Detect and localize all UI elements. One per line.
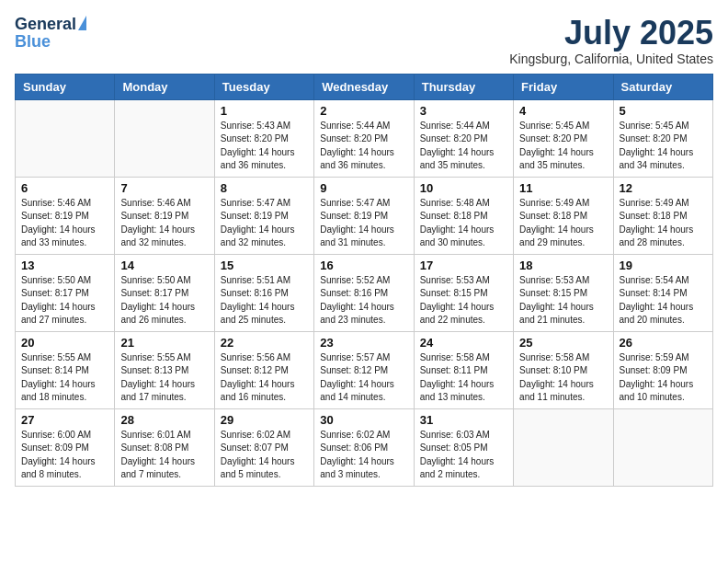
- weekday-header-sunday: Sunday: [16, 74, 115, 99]
- calendar-cell: 18Sunrise: 5:53 AMSunset: 8:15 PMDayligh…: [514, 254, 613, 331]
- day-info: Sunrise: 5:58 AMSunset: 8:10 PMDaylight:…: [519, 351, 607, 405]
- day-number: 19: [620, 259, 707, 272]
- day-info: Sunrise: 5:46 AMSunset: 8:19 PMDaylight:…: [120, 197, 208, 250]
- calendar-cell: 20Sunrise: 5:55 AMSunset: 8:14 PMDayligh…: [16, 331, 115, 408]
- weekday-header-friday: Friday: [514, 74, 613, 99]
- day-number: 10: [420, 181, 507, 195]
- calendar-cell: 5Sunrise: 5:45 AMSunset: 8:20 PMDaylight…: [613, 99, 712, 177]
- day-info: Sunrise: 5:43 AMSunset: 8:20 PMDaylight:…: [221, 120, 308, 173]
- weekday-header-monday: Monday: [115, 74, 214, 99]
- day-number: 16: [320, 259, 407, 272]
- calendar-cell: 13Sunrise: 5:50 AMSunset: 8:17 PMDayligh…: [16, 254, 115, 331]
- day-number: 25: [519, 336, 607, 350]
- calendar-cell: 15Sunrise: 5:51 AMSunset: 8:16 PMDayligh…: [214, 254, 313, 331]
- calendar-cell: 1Sunrise: 5:43 AMSunset: 8:20 PMDaylight…: [214, 99, 313, 177]
- day-info: Sunrise: 5:45 AMSunset: 8:20 PMDaylight:…: [519, 120, 607, 173]
- day-info: Sunrise: 6:02 AMSunset: 8:06 PMDaylight:…: [320, 429, 407, 482]
- calendar-cell: 12Sunrise: 5:49 AMSunset: 8:18 PMDayligh…: [613, 177, 712, 254]
- day-number: 7: [120, 181, 208, 195]
- day-info: Sunrise: 6:03 AMSunset: 8:05 PMDaylight:…: [420, 429, 507, 482]
- day-number: 21: [120, 336, 208, 350]
- day-info: Sunrise: 5:47 AMSunset: 8:19 PMDaylight:…: [221, 197, 308, 250]
- calendar-cell: [514, 408, 613, 486]
- day-info: Sunrise: 5:50 AMSunset: 8:17 PMDaylight:…: [21, 274, 108, 327]
- calendar-cell: 23Sunrise: 5:57 AMSunset: 8:12 PMDayligh…: [314, 331, 414, 408]
- week-row-2: 6Sunrise: 5:46 AMSunset: 8:19 PMDaylight…: [16, 177, 713, 254]
- day-number: 8: [221, 181, 308, 195]
- calendar-cell: 2Sunrise: 5:44 AMSunset: 8:20 PMDaylight…: [314, 99, 414, 177]
- logo: General Blue: [15, 15, 86, 52]
- day-number: 1: [221, 104, 308, 118]
- week-row-5: 27Sunrise: 6:00 AMSunset: 8:09 PMDayligh…: [16, 408, 713, 486]
- calendar-cell: [115, 99, 214, 177]
- calendar-cell: 21Sunrise: 5:55 AMSunset: 8:13 PMDayligh…: [115, 331, 214, 408]
- day-info: Sunrise: 5:54 AMSunset: 8:14 PMDaylight:…: [620, 274, 707, 327]
- week-row-3: 13Sunrise: 5:50 AMSunset: 8:17 PMDayligh…: [16, 254, 713, 331]
- calendar-table: SundayMondayTuesdayWednesdayThursdayFrid…: [15, 74, 713, 487]
- day-info: Sunrise: 5:57 AMSunset: 8:12 PMDaylight:…: [320, 351, 407, 405]
- day-number: 6: [21, 181, 108, 195]
- day-number: 22: [221, 336, 308, 350]
- day-number: 11: [519, 181, 607, 195]
- day-number: 20: [21, 336, 108, 350]
- calendar-cell: [613, 408, 712, 486]
- calendar-cell: 31Sunrise: 6:03 AMSunset: 8:05 PMDayligh…: [414, 408, 513, 486]
- day-info: Sunrise: 5:46 AMSunset: 8:19 PMDaylight:…: [21, 197, 108, 250]
- weekday-header-thursday: Thursday: [414, 74, 513, 99]
- calendar-cell: 22Sunrise: 5:56 AMSunset: 8:12 PMDayligh…: [214, 331, 313, 408]
- day-info: Sunrise: 5:51 AMSunset: 8:16 PMDaylight:…: [221, 274, 308, 327]
- day-number: 15: [221, 259, 308, 272]
- day-number: 9: [320, 181, 407, 195]
- calendar-cell: 8Sunrise: 5:47 AMSunset: 8:19 PMDaylight…: [214, 177, 313, 254]
- day-info: Sunrise: 5:56 AMSunset: 8:12 PMDaylight:…: [221, 351, 308, 405]
- day-number: 30: [320, 413, 407, 427]
- day-number: 5: [620, 104, 707, 118]
- day-info: Sunrise: 5:44 AMSunset: 8:20 PMDaylight:…: [320, 120, 407, 173]
- calendar-cell: 25Sunrise: 5:58 AMSunset: 8:10 PMDayligh…: [514, 331, 613, 408]
- day-number: 4: [519, 104, 607, 118]
- calendar-cell: 6Sunrise: 5:46 AMSunset: 8:19 PMDaylight…: [16, 177, 115, 254]
- day-info: Sunrise: 5:48 AMSunset: 8:18 PMDaylight:…: [420, 197, 507, 250]
- day-number: 26: [620, 336, 707, 350]
- day-info: Sunrise: 5:53 AMSunset: 8:15 PMDaylight:…: [420, 274, 507, 327]
- day-number: 12: [620, 181, 707, 195]
- calendar-cell: 30Sunrise: 6:02 AMSunset: 8:06 PMDayligh…: [314, 408, 414, 486]
- day-info: Sunrise: 5:55 AMSunset: 8:14 PMDaylight:…: [21, 351, 108, 405]
- calendar-cell: 10Sunrise: 5:48 AMSunset: 8:18 PMDayligh…: [414, 177, 513, 254]
- logo-triangle-icon: [78, 16, 86, 30]
- calendar-cell: 19Sunrise: 5:54 AMSunset: 8:14 PMDayligh…: [613, 254, 712, 331]
- day-number: 31: [420, 413, 507, 427]
- calendar-cell: 29Sunrise: 6:02 AMSunset: 8:07 PMDayligh…: [214, 408, 313, 486]
- calendar-cell: 16Sunrise: 5:52 AMSunset: 8:16 PMDayligh…: [314, 254, 414, 331]
- day-info: Sunrise: 5:44 AMSunset: 8:20 PMDaylight:…: [420, 120, 507, 173]
- calendar-cell: 28Sunrise: 6:01 AMSunset: 8:08 PMDayligh…: [115, 408, 214, 486]
- calendar-cell: 4Sunrise: 5:45 AMSunset: 8:20 PMDaylight…: [514, 99, 613, 177]
- calendar-cell: 3Sunrise: 5:44 AMSunset: 8:20 PMDaylight…: [414, 99, 513, 177]
- title-section: July 2025 Kingsburg, California, United …: [509, 15, 713, 66]
- day-number: 13: [21, 259, 108, 272]
- logo-general-text: General: [15, 15, 76, 34]
- day-number: 29: [221, 413, 308, 427]
- weekday-header-wednesday: Wednesday: [314, 74, 414, 99]
- page-header: General Blue July 2025 Kingsburg, Califo…: [15, 15, 713, 66]
- day-number: 18: [519, 259, 607, 272]
- calendar-cell: 14Sunrise: 5:50 AMSunset: 8:17 PMDayligh…: [115, 254, 214, 331]
- month-year-title: July 2025: [509, 15, 713, 52]
- day-info: Sunrise: 5:50 AMSunset: 8:17 PMDaylight:…: [120, 274, 208, 327]
- location-text: Kingsburg, California, United States: [509, 52, 713, 66]
- calendar-cell: 27Sunrise: 6:00 AMSunset: 8:09 PMDayligh…: [16, 408, 115, 486]
- weekday-header-saturday: Saturday: [613, 74, 712, 99]
- day-info: Sunrise: 5:58 AMSunset: 8:11 PMDaylight:…: [420, 351, 507, 405]
- day-info: Sunrise: 5:55 AMSunset: 8:13 PMDaylight:…: [120, 351, 208, 405]
- day-info: Sunrise: 6:00 AMSunset: 8:09 PMDaylight:…: [21, 429, 108, 482]
- day-number: 14: [120, 259, 208, 272]
- weekday-header-row: SundayMondayTuesdayWednesdayThursdayFrid…: [16, 74, 713, 99]
- calendar-cell: 7Sunrise: 5:46 AMSunset: 8:19 PMDaylight…: [115, 177, 214, 254]
- day-number: 28: [120, 413, 208, 427]
- day-info: Sunrise: 5:59 AMSunset: 8:09 PMDaylight:…: [620, 351, 707, 405]
- day-info: Sunrise: 5:52 AMSunset: 8:16 PMDaylight:…: [320, 274, 407, 327]
- calendar-cell: [16, 99, 115, 177]
- day-number: 17: [420, 259, 507, 272]
- day-number: 3: [420, 104, 507, 118]
- day-info: Sunrise: 5:49 AMSunset: 8:18 PMDaylight:…: [620, 197, 707, 250]
